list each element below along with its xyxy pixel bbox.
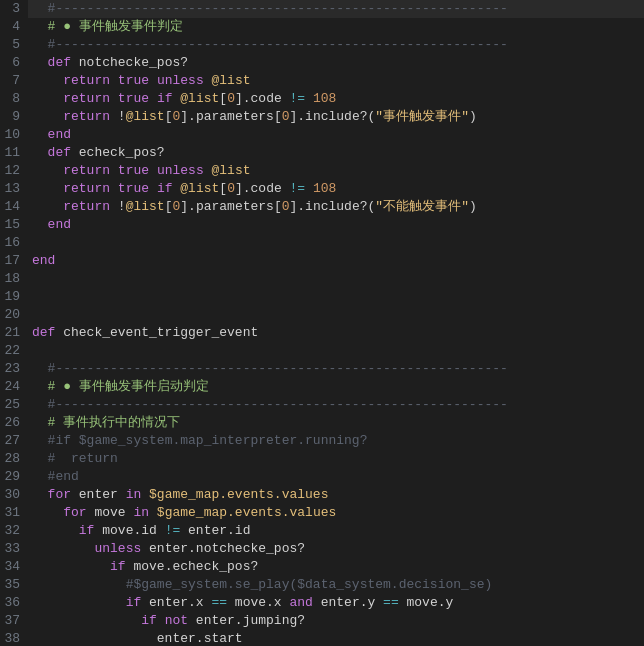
line-number: 25 <box>0 396 28 414</box>
table-row: 7 return true unless @list <box>0 72 644 90</box>
line-number: 4 <box>0 18 28 36</box>
line-number: 19 <box>0 288 28 306</box>
line-number: 7 <box>0 72 28 90</box>
line-number: 3 <box>0 0 28 18</box>
line-content: #$game_system.se_play($data_system.decis… <box>28 576 644 594</box>
line-number: 9 <box>0 108 28 126</box>
line-content: return true if @list[0].code != 108 <box>28 180 644 198</box>
table-row: 31 for move in $game_map.events.values <box>0 504 644 522</box>
line-number: 8 <box>0 90 28 108</box>
line-number: 24 <box>0 378 28 396</box>
line-content: enter.start <box>28 630 644 646</box>
line-content: #---------------------------------------… <box>28 0 644 18</box>
line-number: 13 <box>0 180 28 198</box>
line-content: def notchecke_pos? <box>28 54 644 72</box>
table-row: 9 return !@list[0].parameters[0].include… <box>0 108 644 126</box>
line-content: end <box>28 216 644 234</box>
line-content: return true if @list[0].code != 108 <box>28 90 644 108</box>
line-number: 35 <box>0 576 28 594</box>
table-row: 5 #-------------------------------------… <box>0 36 644 54</box>
line-number: 30 <box>0 486 28 504</box>
line-number: 5 <box>0 36 28 54</box>
line-number: 20 <box>0 306 28 324</box>
table-row: 4 # ● 事件触发事件判定 <box>0 18 644 36</box>
line-number: 23 <box>0 360 28 378</box>
line-number: 17 <box>0 252 28 270</box>
line-number: 26 <box>0 414 28 432</box>
line-content: if move.id != enter.id <box>28 522 644 540</box>
line-number: 37 <box>0 612 28 630</box>
line-number: 16 <box>0 234 28 252</box>
line-content: #---------------------------------------… <box>28 360 644 378</box>
table-row: 18 <box>0 270 644 288</box>
line-number: 38 <box>0 630 28 646</box>
line-content: for move in $game_map.events.values <box>28 504 644 522</box>
line-number: 21 <box>0 324 28 342</box>
line-content: #if $game_system.map_interpreter.running… <box>28 432 644 450</box>
code-table: 3 #-------------------------------------… <box>0 0 644 646</box>
table-row: 38 enter.start <box>0 630 644 646</box>
line-number: 6 <box>0 54 28 72</box>
line-number: 22 <box>0 342 28 360</box>
line-number: 27 <box>0 432 28 450</box>
line-content: end <box>28 252 644 270</box>
line-content: # return <box>28 450 644 468</box>
table-row: 36 if enter.x == move.x and enter.y == m… <box>0 594 644 612</box>
line-number: 36 <box>0 594 28 612</box>
table-row: 37 if not enter.jumping? <box>0 612 644 630</box>
table-row: 34 if move.echeck_pos? <box>0 558 644 576</box>
table-row: 3 #-------------------------------------… <box>0 0 644 18</box>
line-content: if move.echeck_pos? <box>28 558 644 576</box>
table-row: 19 <box>0 288 644 306</box>
table-row: 11 def echeck_pos? <box>0 144 644 162</box>
table-row: 22 <box>0 342 644 360</box>
table-row: 21def check_event_trigger_event <box>0 324 644 342</box>
line-number: 14 <box>0 198 28 216</box>
line-content: for enter in $game_map.events.values <box>28 486 644 504</box>
line-number: 31 <box>0 504 28 522</box>
line-number: 34 <box>0 558 28 576</box>
table-row: 24 # ● 事件触发事件启动判定 <box>0 378 644 396</box>
line-content: # ● 事件触发事件启动判定 <box>28 378 644 396</box>
table-row: 6 def notchecke_pos? <box>0 54 644 72</box>
line-content: return true unless @list <box>28 162 644 180</box>
line-content: # ● 事件触发事件判定 <box>28 18 644 36</box>
line-content <box>28 306 644 324</box>
table-row: 33 unless enter.notchecke_pos? <box>0 540 644 558</box>
line-content: #---------------------------------------… <box>28 36 644 54</box>
line-content: def check_event_trigger_event <box>28 324 644 342</box>
line-content: #end <box>28 468 644 486</box>
table-row: 14 return !@list[0].parameters[0].includ… <box>0 198 644 216</box>
table-row: 25 #------------------------------------… <box>0 396 644 414</box>
table-row: 27 #if $game_system.map_interpreter.runn… <box>0 432 644 450</box>
table-row: 26 # 事件执行中的情况下 <box>0 414 644 432</box>
line-number: 32 <box>0 522 28 540</box>
code-editor: 3 #-------------------------------------… <box>0 0 644 646</box>
table-row: 35 #$game_system.se_play($data_system.de… <box>0 576 644 594</box>
table-row: 20 <box>0 306 644 324</box>
table-row: 29 #end <box>0 468 644 486</box>
line-content: return true unless @list <box>28 72 644 90</box>
line-content <box>28 342 644 360</box>
line-content: def echeck_pos? <box>28 144 644 162</box>
line-number: 11 <box>0 144 28 162</box>
table-row: 12 return true unless @list <box>0 162 644 180</box>
line-number: 18 <box>0 270 28 288</box>
table-row: 23 #------------------------------------… <box>0 360 644 378</box>
table-row: 8 return true if @list[0].code != 108 <box>0 90 644 108</box>
table-row: 28 # return <box>0 450 644 468</box>
table-row: 15 end <box>0 216 644 234</box>
line-number: 33 <box>0 540 28 558</box>
table-row: 32 if move.id != enter.id <box>0 522 644 540</box>
line-content: return !@list[0].parameters[0].include?(… <box>28 108 644 126</box>
table-row: 10 end <box>0 126 644 144</box>
line-content <box>28 288 644 306</box>
line-content <box>28 270 644 288</box>
line-content: if not enter.jumping? <box>28 612 644 630</box>
line-number: 12 <box>0 162 28 180</box>
line-content: return !@list[0].parameters[0].include?(… <box>28 198 644 216</box>
line-content: #---------------------------------------… <box>28 396 644 414</box>
line-content: if enter.x == move.x and enter.y == move… <box>28 594 644 612</box>
line-content: end <box>28 126 644 144</box>
line-content: unless enter.notchecke_pos? <box>28 540 644 558</box>
